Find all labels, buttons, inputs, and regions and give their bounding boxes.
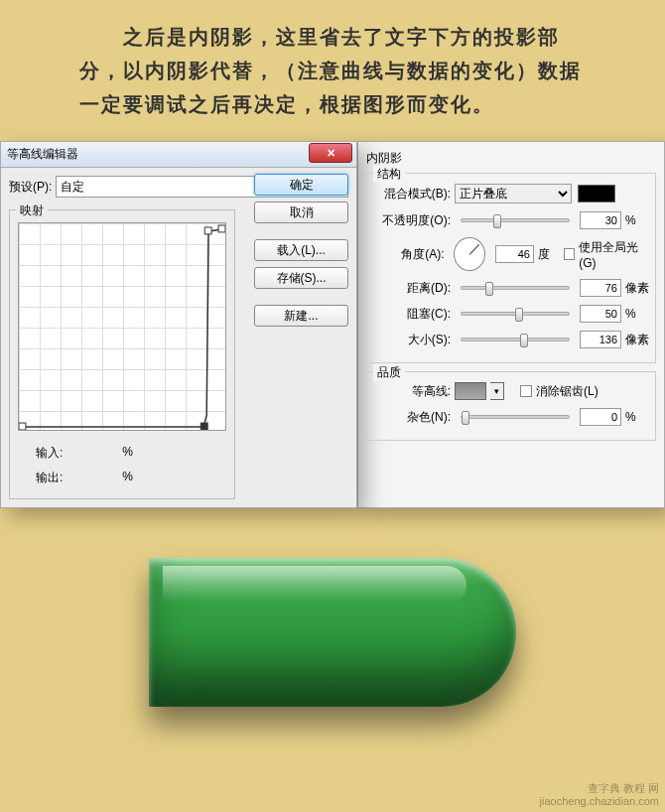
distance-value[interactable]: 76 — [580, 279, 621, 297]
input-percent: % — [122, 445, 133, 462]
dialog-titlebar: 等高线编辑器 ✕ — [1, 142, 356, 168]
blend-select[interactable]: 正片叠底 — [455, 184, 572, 203]
inner-shadow-panel: 内阴影 结构 混合模式(B): 正片叠底 不透明度(O): 30 % 角度(A)… — [357, 141, 665, 508]
global-light-checkbox[interactable] — [564, 248, 575, 260]
load-button[interactable]: 载入(L)... — [254, 239, 348, 261]
noise-unit: % — [625, 410, 649, 424]
preview-area — [0, 558, 665, 707]
structure-group: 结构 混合模式(B): 正片叠底 不透明度(O): 30 % 角度(A): 46… — [366, 173, 656, 363]
green-pill-preview — [149, 558, 516, 707]
output-percent: % — [122, 470, 133, 486]
new-button[interactable]: 新建... — [254, 305, 348, 327]
contour-editor-dialog: 等高线编辑器 ✕ 预设(P): 自定 确定 取消 载入(L)... 存储(S).… — [0, 141, 357, 508]
input-label: 输入: — [36, 446, 63, 460]
mapping-legend: 映射 — [16, 203, 48, 219]
opacity-label: 不透明度(O): — [373, 212, 451, 229]
svg-rect-1 — [200, 423, 207, 430]
antialias-label: 消除锯齿(L) — [536, 383, 598, 400]
antialias-checkbox[interactable] — [520, 385, 532, 397]
distance-slider[interactable] — [461, 286, 570, 290]
choke-value[interactable]: 50 — [580, 305, 621, 323]
cancel-button[interactable]: 取消 — [254, 202, 348, 223]
distance-label: 距离(D): — [373, 280, 451, 297]
contour-swatch[interactable] — [455, 382, 486, 400]
size-label: 大小(S): — [373, 332, 451, 348]
quality-legend: 品质 — [373, 364, 405, 381]
size-value[interactable]: 136 — [580, 331, 621, 348]
watermark: 查字典 教程 网 jiaocheng.chazidian.com — [540, 782, 659, 808]
close-button[interactable]: ✕ — [309, 143, 352, 163]
inner-shadow-title: 内阴影 — [366, 148, 656, 173]
contour-dropdown[interactable]: ▾ — [490, 382, 504, 400]
choke-slider[interactable] — [461, 312, 570, 316]
preset-label: 预设(P): — [9, 179, 52, 196]
svg-rect-2 — [204, 227, 211, 234]
color-swatch[interactable] — [578, 185, 615, 203]
save-button[interactable]: 存储(S)... — [254, 267, 348, 289]
opacity-value[interactable]: 30 — [580, 211, 621, 229]
noise-value[interactable]: 0 — [580, 408, 621, 426]
angle-value[interactable]: 46 — [495, 245, 534, 263]
opacity-unit: % — [625, 213, 649, 227]
button-column: 确定 取消 载入(L)... 存储(S)... 新建... — [254, 174, 348, 333]
panels-row: 等高线编辑器 ✕ 预设(P): 自定 确定 取消 载入(L)... 存储(S).… — [0, 141, 665, 508]
curve-editor[interactable] — [18, 222, 226, 431]
angle-label: 角度(A): — [373, 246, 444, 263]
quality-group: 品质 等高线: ▾ 消除锯齿(L) 杂色(N): 0 % — [366, 371, 656, 441]
choke-label: 阻塞(C): — [373, 306, 451, 323]
noise-label: 杂色(N): — [373, 409, 451, 426]
angle-unit: 度 — [538, 246, 560, 263]
size-slider[interactable] — [461, 338, 570, 341]
svg-rect-3 — [218, 225, 225, 232]
dialog-title: 等高线编辑器 — [7, 146, 78, 163]
ok-button[interactable]: 确定 — [254, 174, 348, 196]
structure-legend: 结构 — [373, 166, 405, 183]
distance-unit: 像素 — [625, 280, 649, 297]
choke-unit: % — [625, 307, 649, 321]
contour-label: 等高线: — [373, 383, 451, 400]
intro-text: 之后是内阴影，这里省去了文字下方的投影部分，以内阴影代替，（注意曲线与数据的变化… — [0, 0, 665, 141]
blend-label: 混合模式(B): — [373, 186, 451, 203]
global-light-label: 使用全局光(G) — [579, 239, 649, 270]
opacity-slider[interactable] — [461, 218, 570, 222]
noise-slider[interactable] — [461, 415, 570, 419]
angle-dial[interactable] — [454, 237, 484, 271]
size-unit: 像素 — [625, 332, 649, 348]
close-icon: ✕ — [327, 147, 335, 160]
mapping-group: 映射 输入: % 输出: % — [9, 209, 235, 499]
output-label: 输出: — [36, 471, 63, 484]
svg-rect-0 — [19, 423, 26, 430]
